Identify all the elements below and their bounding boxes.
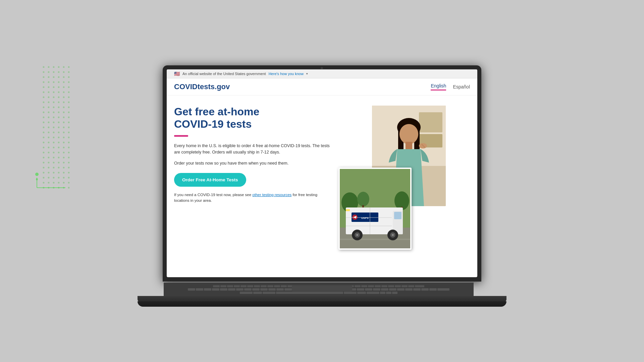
svg-rect-178	[394, 212, 401, 219]
laptop-bottom-edge	[138, 301, 506, 307]
chevron-icon: ▾	[306, 72, 308, 75]
svg-rect-192	[346, 209, 350, 211]
svg-rect-157	[419, 112, 442, 132]
svg-point-188	[392, 234, 394, 236]
footer-text: If you need a COVID-19 test now, please …	[174, 192, 332, 204]
svg-rect-164	[406, 142, 412, 150]
gov-banner: 🇺🇸 An official website of the United Sta…	[167, 69, 477, 78]
screen-display: 🇺🇸 An official website of the United Sta…	[167, 69, 477, 277]
page-heading: Get free at-home COVID-19 tests	[174, 106, 332, 130]
flag-icon: 🇺🇸	[174, 71, 180, 76]
site-header: COVIDtests.gov English Español	[167, 78, 477, 96]
content-left: Get free at-home COVID-19 tests Every ho…	[174, 106, 332, 203]
photo-mail-truck: USPS	[338, 168, 412, 250]
description-2: Order your tests now so you have them wh…	[174, 160, 332, 167]
laptop: 🇺🇸 An official website of the United Sta…	[138, 65, 506, 303]
svg-point-172	[357, 192, 369, 206]
gov-text: An official website of the United States…	[182, 72, 266, 76]
heading-divider	[174, 135, 188, 137]
laptop-wrapper: 🇺🇸 An official website of the United Sta…	[0, 0, 644, 362]
content-right: USPS	[338, 106, 446, 250]
site-logo[interactable]: COVIDtests.gov	[174, 82, 230, 91]
language-nav: English Español	[431, 83, 470, 90]
english-nav-link[interactable]: English	[431, 83, 446, 90]
website: 🇺🇸 An official website of the United Sta…	[167, 69, 477, 277]
svg-rect-175	[340, 239, 412, 240]
description-1: Every home in the U.S. is eligible to or…	[174, 143, 332, 156]
espanol-nav-link[interactable]: Español	[453, 84, 470, 89]
touchpad	[292, 285, 352, 291]
svg-text:USPS: USPS	[361, 217, 369, 220]
camera	[321, 67, 323, 69]
order-tests-button[interactable]: Order Free At-Home Tests	[174, 173, 246, 187]
other-testing-link[interactable]: other testing resources	[252, 193, 291, 197]
svg-point-163	[399, 124, 418, 144]
heres-how-link[interactable]: Here's how you know	[269, 72, 304, 76]
svg-point-185	[356, 234, 358, 236]
main-content: Get free at-home COVID-19 tests Every ho…	[167, 96, 477, 256]
